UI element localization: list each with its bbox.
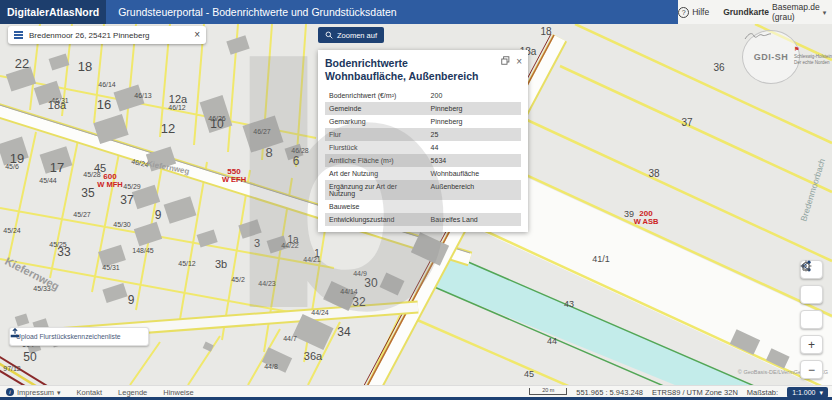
home-button[interactable] — [800, 285, 823, 304]
map-label: 44/21 — [303, 256, 321, 263]
map-label: 6 — [293, 155, 300, 167]
map-label: 3 — [254, 238, 260, 249]
map-label: 45/2 — [231, 276, 245, 283]
map-label: 8 — [265, 146, 272, 159]
search-box[interactable]: Bredenmoor 26, 25421 Pinneberg × — [8, 26, 206, 44]
sh-flag-icon: ⚑ — [794, 46, 799, 52]
map-label: 44/8 — [264, 363, 278, 370]
zoom-in-button[interactable]: + — [800, 335, 823, 354]
map-label: 30 — [364, 277, 377, 289]
popup-row-value: Pinneberg — [427, 102, 521, 115]
locate-icon — [800, 260, 812, 272]
map-label: 9 — [128, 294, 135, 306]
zoom-out-button[interactable]: − — [800, 360, 823, 379]
popup-row-label: Entwicklungszustand — [325, 213, 427, 226]
footer-link-hinweise[interactable]: Hinweise — [163, 388, 193, 397]
map-label: 18 — [540, 27, 551, 37]
map-label: 45/28 — [83, 171, 101, 178]
menu-icon[interactable] — [14, 31, 23, 39]
map-label: 45/29 — [123, 183, 141, 190]
map-label: W ASB — [634, 218, 659, 226]
popup-row-label: Flurstück — [325, 141, 427, 154]
info-popup: Bodenrichtwerte Wohnbaufläche, Außenbere… — [318, 50, 528, 232]
map-label: 44/23 — [258, 280, 276, 287]
map-label: 97/12 — [3, 365, 21, 372]
popup-row: Flurstück44 — [325, 141, 521, 154]
popup-row-label: Bodenrichtwert (€/m²) — [325, 89, 427, 102]
detach-window-icon[interactable] — [501, 56, 510, 67]
popup-row: Ergänzung zur Art der NutzungAußenbereic… — [325, 180, 521, 200]
chevron-down-icon: ▾ — [819, 389, 823, 396]
map-label: 44/14 — [340, 288, 358, 295]
map-label: 37 — [120, 194, 133, 206]
scale-label: Maßstab: — [747, 388, 778, 397]
locate-button[interactable] — [800, 310, 823, 329]
map-label: 46/28 — [291, 147, 309, 154]
popup-row: GemarkungPinneberg — [325, 115, 521, 128]
popup-row-label: Gemeinde — [325, 102, 427, 115]
popup-row-value: 5634 — [427, 154, 521, 167]
zoom-to-button[interactable]: Zoomen auf — [318, 27, 384, 43]
map-label: Kiefernweg — [3, 256, 61, 293]
popup-row-value: 44 — [427, 141, 521, 154]
magnifier-icon — [325, 31, 333, 39]
scale-bar: 20 m — [529, 388, 567, 395]
upload-flurstueck-button[interactable]: Upload Flurstückskennzeichenliste — [9, 327, 149, 346]
map-label: 33 — [57, 246, 70, 258]
chevron-down-icon: ▾ — [57, 389, 61, 396]
schleswig-holstein-logo: ⚑ Schleswig-Holstein Der echte Norden — [794, 46, 832, 65]
popup-row-label: Ergänzung zur Art der Nutzung — [325, 180, 427, 200]
basemap-selector[interactable]: Grundkarte Basemap.de (grau) ▾ — [723, 2, 826, 22]
map-label: 44/9 — [353, 270, 367, 277]
header: DigitalerAtlasNord Grundsteuerportal - B… — [0, 0, 832, 24]
footer-link-legende[interactable]: Legende — [118, 388, 147, 397]
help-button[interactable]: ? Hilfe — [678, 7, 709, 18]
map-label: 16 — [97, 98, 111, 111]
map-label: 36a — [304, 351, 322, 362]
signature-icon — [743, 31, 773, 41]
popup-row: Art der NutzungWohnbaufläche — [325, 167, 521, 180]
map-label: 17 — [50, 161, 64, 174]
footer-link-kontakt[interactable]: Kontakt — [77, 388, 102, 397]
scale-dropdown[interactable]: 1:1.000 ▾ — [787, 387, 828, 398]
map-label: 18 — [78, 60, 92, 73]
map-label: 3b — [215, 259, 227, 270]
popup-row-value: Außenbereich — [427, 180, 521, 200]
popup-row: Bauweise — [325, 200, 521, 213]
map-label: 34 — [337, 326, 350, 338]
popup-row-value: Wohnbaufläche — [427, 167, 521, 180]
map-label: 45/27 — [73, 211, 91, 218]
map-label: W EFH — [222, 176, 246, 184]
gdi-sh-logo: GDI-SH — [742, 30, 800, 84]
map-label: 45/30 — [113, 221, 131, 228]
map-label: 45/6 — [5, 163, 19, 170]
basemap-label: Grundkarte — [723, 7, 769, 17]
footer-link-impressum[interactable]: i Impressum ▾ — [6, 388, 61, 397]
popup-table: Bodenrichtwert (€/m²)200GemeindePinneber… — [325, 89, 521, 226]
help-icon: ? — [678, 7, 689, 18]
map-label: 22 — [15, 57, 29, 70]
map-label: Bredenmoorbach — [799, 158, 826, 223]
map-label: W MFH — [97, 181, 122, 189]
popup-row-label: Gemarkung — [325, 115, 427, 128]
map-label: 45/12 — [178, 260, 196, 267]
page-title: Grundsteuerportal - Bodenrichtwerte und … — [106, 0, 678, 24]
map-label: 46/26 — [208, 115, 226, 122]
popup-row: Flur25 — [325, 128, 521, 141]
map-label: 36 — [713, 63, 724, 73]
map-label: 45/31 — [102, 264, 120, 271]
map-label: 44/7 — [283, 335, 297, 342]
popup-row-label: Flur — [325, 128, 427, 141]
map-label: 45/25 — [49, 241, 67, 248]
popup-row-label: Bauweise — [325, 200, 427, 213]
close-icon[interactable]: × — [516, 57, 522, 67]
map-label: Kiefernweg — [146, 160, 190, 176]
map-label: 41/1 — [592, 255, 610, 264]
search-input[interactable]: Bredenmoor 26, 25421 Pinneberg — [29, 31, 188, 40]
map-label: 45 — [524, 370, 534, 379]
search-clear-icon[interactable]: × — [194, 30, 200, 40]
map-label: 46/14 — [98, 81, 116, 88]
popup-row: EntwicklungszustandBaureifes Land — [325, 213, 521, 226]
map-label: 46/27 — [253, 128, 271, 135]
crs-display: ETRS89 / UTM Zone 32N — [652, 388, 738, 397]
